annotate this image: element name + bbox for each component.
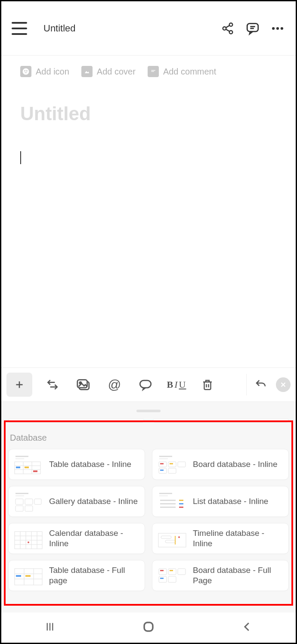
recents-icon[interactable] bbox=[43, 620, 56, 635]
svg-rect-23 bbox=[204, 382, 211, 390]
sheet-handle[interactable] bbox=[136, 410, 161, 412]
svg-rect-51 bbox=[25, 499, 33, 504]
svg-rect-35 bbox=[16, 467, 20, 468]
svg-rect-45 bbox=[170, 463, 173, 464]
gallery-database-inline[interactable]: Gallery database - Inline bbox=[8, 486, 145, 517]
svg-rect-82 bbox=[16, 575, 21, 577]
svg-rect-29 bbox=[15, 458, 24, 459]
card-label: Board database - Full Page bbox=[193, 565, 283, 586]
svg-rect-39 bbox=[159, 458, 168, 459]
editor-body[interactable] bbox=[1, 124, 296, 164]
svg-rect-87 bbox=[160, 578, 164, 579]
card-label: Timeline database - Inline bbox=[193, 528, 283, 549]
svg-rect-83 bbox=[25, 575, 31, 577]
comment-insert-icon[interactable] bbox=[138, 377, 153, 392]
svg-rect-43 bbox=[160, 470, 164, 471]
card-label: Table database - Inline bbox=[49, 459, 131, 470]
svg-point-75 bbox=[178, 536, 180, 538]
menu-icon[interactable] bbox=[12, 22, 27, 35]
svg-rect-46 bbox=[168, 468, 176, 473]
add-comment-label: Add comment bbox=[163, 67, 216, 77]
add-comment-button[interactable]: Add comment bbox=[148, 66, 216, 77]
gallery-icon bbox=[14, 490, 43, 513]
add-cover-label: Add cover bbox=[97, 67, 136, 77]
svg-rect-28 bbox=[15, 456, 28, 457]
undo-icon[interactable] bbox=[254, 377, 268, 392]
previous-section-item[interactable] bbox=[8, 418, 144, 423]
insert-block-button[interactable] bbox=[6, 373, 32, 397]
card-label: List database - Inline bbox=[193, 496, 268, 507]
table-icon bbox=[14, 453, 43, 476]
svg-line-4 bbox=[226, 29, 230, 31]
svg-point-10 bbox=[281, 27, 283, 29]
page-title-small[interactable]: Untitled bbox=[43, 23, 220, 34]
board-database-full-page[interactable]: Board database - Full Page bbox=[152, 560, 289, 591]
list-database-inline[interactable]: List database - Inline bbox=[152, 486, 289, 517]
table-database-inline[interactable]: Table database - Inline bbox=[8, 449, 145, 480]
svg-line-3 bbox=[226, 25, 230, 28]
share-icon[interactable] bbox=[220, 21, 235, 36]
card-label: Calendar database - Inline bbox=[49, 528, 139, 549]
svg-rect-50 bbox=[15, 499, 23, 504]
chat-icon bbox=[148, 66, 159, 77]
svg-rect-91 bbox=[178, 569, 186, 575]
svg-rect-56 bbox=[159, 495, 168, 496]
svg-rect-89 bbox=[170, 570, 173, 571]
board-database-inline[interactable]: Board database - Inline bbox=[152, 449, 289, 480]
svg-rect-76 bbox=[175, 536, 176, 544]
convert-block-icon[interactable] bbox=[45, 377, 60, 392]
svg-rect-52 bbox=[34, 499, 41, 504]
svg-point-0 bbox=[229, 23, 233, 26]
svg-rect-84 bbox=[159, 569, 167, 575]
close-keyboard-icon[interactable] bbox=[276, 377, 291, 392]
home-icon[interactable] bbox=[141, 619, 156, 636]
comment-icon[interactable] bbox=[245, 21, 260, 36]
topbar: Untitled bbox=[1, 1, 296, 56]
svg-rect-15 bbox=[151, 70, 155, 71]
svg-rect-57 bbox=[160, 500, 176, 501]
timeline-icon bbox=[158, 527, 187, 550]
svg-rect-36 bbox=[25, 467, 29, 468]
svg-point-2 bbox=[229, 31, 233, 34]
svg-rect-58 bbox=[179, 500, 183, 501]
svg-rect-88 bbox=[168, 569, 176, 575]
table-database-full-page[interactable]: Table database - Full page bbox=[8, 560, 145, 591]
delete-icon[interactable] bbox=[200, 377, 215, 392]
mention-icon[interactable]: @ bbox=[107, 377, 122, 392]
calendar-database-inline[interactable]: Calendar database - Inline bbox=[8, 523, 145, 554]
back-icon[interactable] bbox=[241, 620, 254, 635]
add-icon-label: Add icon bbox=[36, 67, 69, 77]
add-cover-button[interactable]: Add cover bbox=[81, 66, 136, 77]
board-icon bbox=[158, 564, 187, 587]
previous-section-item[interactable] bbox=[153, 418, 289, 423]
add-icon-button[interactable]: Add icon bbox=[20, 66, 69, 77]
svg-rect-85 bbox=[160, 570, 164, 571]
svg-rect-47 bbox=[178, 462, 186, 467]
svg-rect-61 bbox=[160, 507, 176, 508]
card-label: Table database - Full page bbox=[49, 565, 139, 586]
svg-rect-55 bbox=[159, 493, 172, 494]
svg-point-13 bbox=[27, 71, 28, 72]
svg-point-1 bbox=[223, 27, 226, 30]
card-label: Gallery database - Inline bbox=[49, 496, 138, 507]
svg-rect-73 bbox=[161, 536, 171, 538]
title-input[interactable]: Untitled bbox=[1, 77, 296, 124]
svg-rect-38 bbox=[159, 456, 172, 457]
svg-point-71 bbox=[28, 541, 29, 543]
svg-rect-90 bbox=[168, 576, 176, 582]
svg-rect-62 bbox=[179, 507, 183, 508]
svg-rect-16 bbox=[151, 71, 154, 72]
emoji-icon bbox=[20, 66, 31, 77]
svg-point-12 bbox=[25, 71, 25, 72]
svg-point-8 bbox=[272, 27, 275, 29]
image-insert-icon[interactable] bbox=[76, 377, 91, 392]
svg-rect-53 bbox=[15, 506, 23, 511]
page-actions: Add icon Add cover Add comment bbox=[1, 56, 296, 77]
card-label: Board database - Inline bbox=[193, 459, 277, 470]
svg-point-9 bbox=[276, 27, 279, 29]
more-icon[interactable] bbox=[270, 21, 285, 36]
timeline-database-inline[interactable]: Timeline database - Inline bbox=[152, 523, 289, 554]
table-icon bbox=[14, 564, 43, 587]
text-format-icon[interactable]: BIU bbox=[169, 377, 184, 392]
image-icon bbox=[81, 66, 93, 77]
